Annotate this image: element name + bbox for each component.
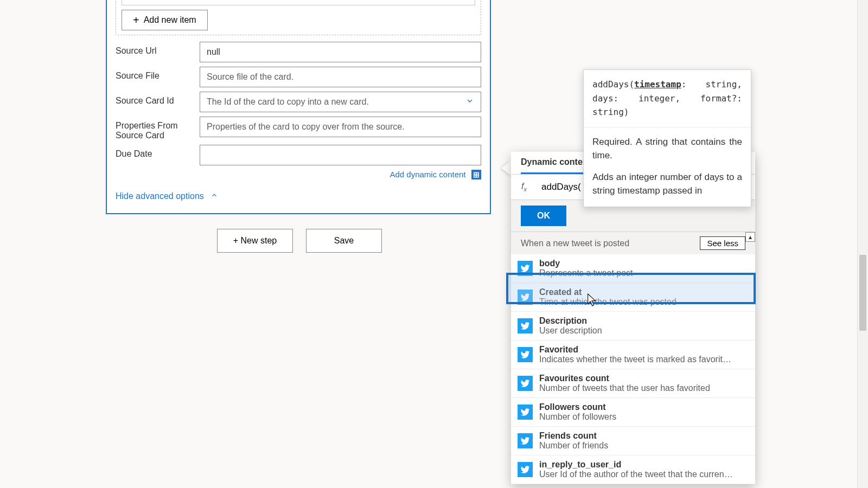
dynamic-item-followers-count[interactable]: Followers countNumber of followers [511,398,755,427]
ok-button[interactable]: OK [521,206,566,226]
popup-arrow-icon [501,160,511,176]
source-card-id-label: Source Card Id [116,92,200,106]
fx-icon: fx [511,182,537,192]
source-file-label: Source File [116,67,200,81]
dynamic-item-desc: Number of friends [539,441,608,451]
twitter-icon [518,433,533,448]
dynamic-item-created-at[interactable]: Created atTime at which the tweet was po… [511,283,755,312]
due-date-label: Due Date [116,145,200,159]
dynamic-item-desc: Represents a tweet post [539,268,633,278]
dynamic-item-title: Favorited [539,345,735,355]
dynamic-content-list[interactable]: bodyRepresents a tweet postCreated atTim… [511,254,755,484]
add-new-item-button[interactable]: + Add new item [122,10,208,30]
add-dynamic-content-icon[interactable]: ⊞ [471,170,481,179]
chevron-down-icon [465,97,474,107]
scroll-up-icon[interactable]: ▴ [745,232,755,242]
dynamic-item-desc: User Id of the author of the tweet that … [539,470,735,479]
dynamic-item-title: Followers count [539,402,616,412]
props-from-source-label: Properties From Source Card [116,117,200,140]
twitter-icon [518,462,533,477]
see-less-button[interactable]: See less [700,236,745,250]
dynamic-section-title: When a new tweet is posted [521,239,629,248]
twitter-icon [518,290,533,305]
source-url-label: Source Url [116,42,200,56]
save-button[interactable]: Save [306,229,382,253]
tooltip-signature: addDays(timestamp: string, days: integer… [584,70,751,127]
page-scrollbar[interactable] [857,0,868,488]
plus-icon: + [133,15,139,25]
dynamic-item-in-reply-to-user-id[interactable]: in_reply_to_user_idUser Id of the author… [511,455,755,484]
twitter-icon [518,261,533,276]
hide-advanced-label: Hide advanced options [116,191,204,201]
dynamic-item-friends-count[interactable]: Friends countNumber of friends [511,427,755,455]
dynamic-item-title: Description [539,316,602,326]
twitter-icon [518,318,533,333]
twitter-icon [518,404,533,420]
dynamic-item-desc: Number of tweets that the user has favor… [539,383,710,393]
tooltip-required: Required. A string that contains the tim… [592,135,742,163]
source-card-id-select[interactable]: The Id of the card to copy into a new ca… [200,92,481,112]
add-dynamic-content-link[interactable]: Add dynamic content [390,170,465,179]
dynamic-item-favorited[interactable]: FavoritedIndicates whether the tweet is … [511,341,755,369]
dynamic-item-title: Created at [539,287,676,297]
new-step-button[interactable]: + New step [217,229,293,253]
dynamic-item-desc: Indicates whether the tweet is marked as… [539,355,735,364]
tooltip-description: Adds an integer number of days to a stri… [592,170,742,198]
dynamic-item-favourites-count[interactable]: Favourites countNumber of tweets that th… [511,369,755,398]
dynamic-item-desc: Number of followers [539,412,616,422]
props-from-source-input[interactable] [200,117,481,137]
dynamic-item-title: Friends count [539,431,608,441]
twitter-icon [518,376,533,391]
previous-array-block: + Add new item [116,0,481,35]
dynamic-item-desc: User description [539,326,602,336]
twitter-icon [518,347,533,362]
hide-advanced-options-toggle[interactable]: Hide advanced options [116,185,218,204]
dynamic-item-desc: Time at which the tweet was posted [539,297,676,307]
dynamic-item-title: body [539,259,633,268]
add-new-item-label: Add new item [144,15,196,25]
due-date-input[interactable] [200,145,481,165]
chevron-up-icon [210,191,218,201]
dynamic-item-title: in_reply_to_user_id [539,460,735,470]
dynamic-item-body[interactable]: bodyRepresents a tweet post [511,254,755,283]
tooltip-body: Required. A string that contains the tim… [584,127,751,207]
action-card: + Add new item Source Url Source File So… [106,0,491,214]
source-url-input[interactable] [200,42,481,62]
source-card-id-placeholder: The Id of the card to copy into a new ca… [207,97,369,107]
dynamic-item-title: Favourites count [539,374,710,383]
tab-dynamic-content[interactable]: Dynamic content [521,157,591,174]
expression-tooltip: addDays(timestamp: string, days: integer… [583,69,751,207]
dynamic-item-description[interactable]: DescriptionUser description [511,312,755,341]
source-file-input[interactable] [200,67,481,87]
